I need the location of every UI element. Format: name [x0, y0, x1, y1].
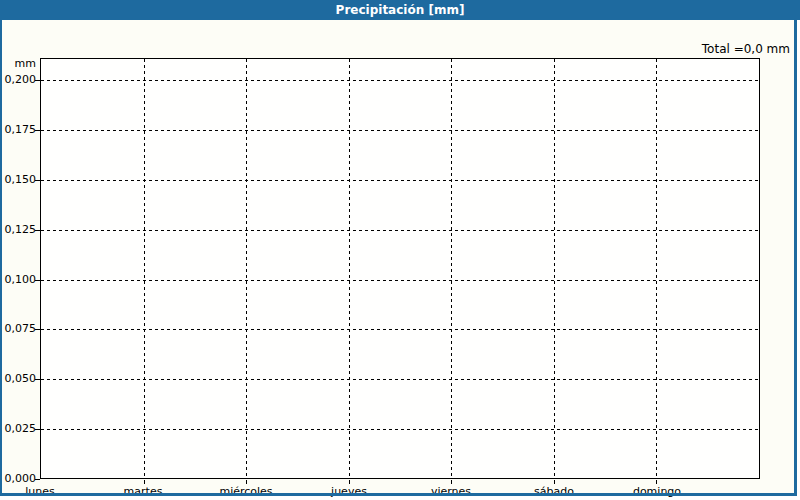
chart-content-area: Total =0,0 mm mm 0,2000,1750,1500,1250,1… — [0, 20, 797, 496]
y-axis-unit-label: mm — [0, 57, 36, 70]
x-axis-tick — [349, 480, 350, 484]
x-day-label: viernes — [396, 485, 506, 499]
total-precipitation-label: Total =0,0 mm — [560, 42, 790, 57]
h-gridline — [41, 429, 759, 430]
x-axis-tick — [451, 480, 452, 484]
h-gridline — [41, 280, 759, 281]
h-gridline — [41, 379, 759, 380]
x-day-label: miércoles — [191, 485, 301, 499]
h-gridline — [41, 130, 759, 131]
x-day-label: lunes — [0, 485, 95, 499]
y-tick-label: 0,150 — [0, 173, 36, 186]
plot-area — [40, 58, 760, 479]
chart-title-bar: Precipitación [mm] — [0, 0, 800, 20]
v-gridline — [144, 59, 145, 478]
y-tick-label: 0,200 — [0, 73, 36, 86]
y-tick-label: 0,000 — [0, 472, 36, 485]
x-day-label: martes — [88, 485, 198, 499]
x-axis-tick — [656, 480, 657, 484]
frame-border-right — [794, 20, 797, 496]
y-tick-label: 0,075 — [0, 322, 36, 335]
y-tick-label: 0,100 — [0, 273, 36, 286]
x-day-label: domingo — [602, 485, 712, 499]
frame-border-left — [0, 20, 2, 496]
y-tick-label: 0,125 — [0, 223, 36, 236]
x-day-label: jueves — [294, 485, 404, 499]
x-axis-tick — [144, 480, 145, 484]
precipitation-chart-window: { "window": { "title": "Precipitación [m… — [0, 0, 800, 500]
v-gridline — [554, 59, 555, 478]
x-day-label: sábado — [499, 485, 609, 499]
y-tick-label: 0,025 — [0, 422, 36, 435]
v-gridline — [451, 59, 452, 478]
frame-border-bottom — [0, 493, 797, 496]
chart-title: Precipitación [mm] — [336, 3, 465, 17]
v-gridline — [656, 59, 657, 478]
v-gridline — [246, 59, 247, 478]
y-tick-label: 0,050 — [0, 372, 36, 385]
y-tick-label: 0,175 — [0, 123, 36, 136]
h-gridline — [41, 180, 759, 181]
h-gridline — [41, 80, 759, 81]
h-gridline — [41, 329, 759, 330]
x-axis-tick — [554, 480, 555, 484]
h-gridline — [41, 230, 759, 231]
x-axis-tick — [246, 480, 247, 484]
v-gridline — [349, 59, 350, 478]
